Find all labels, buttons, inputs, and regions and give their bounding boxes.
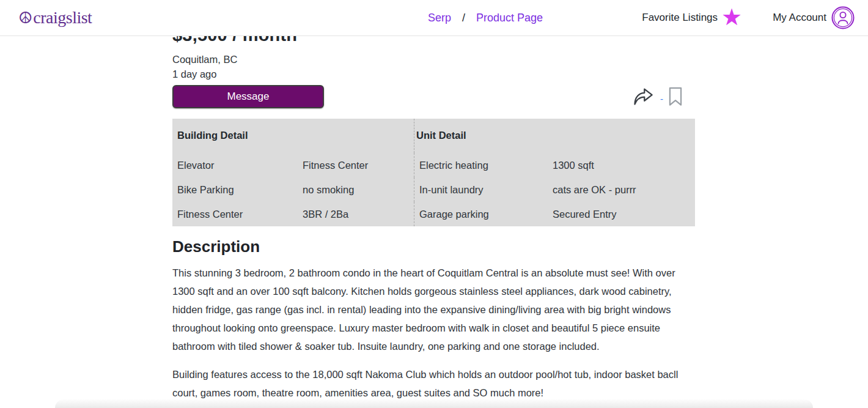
listing-detail-page: $3,500 / month Coquitlam, BC 1 day ago M… — [172, 24, 695, 402]
logo-text: craigslist — [33, 8, 92, 28]
breadcrumb-product-page-link[interactable]: Product Page — [476, 12, 543, 24]
details-table: Building Detail Unit Detail Elevator Fit… — [172, 119, 695, 226]
top-navigation-bar: ☮ craigslist Serp / Product Page Favorit… — [0, 0, 868, 36]
building-detail-cell: Fitness Center — [172, 202, 298, 226]
unit-detail-cell: In-unit laundry — [414, 177, 548, 202]
listing-posted-time: 1 day ago — [172, 67, 695, 81]
building-detail-cell: Bike Parking — [172, 177, 298, 202]
building-detail-cell: Elevator — [172, 153, 298, 177]
breadcrumb: Serp / Product Page — [428, 0, 543, 36]
message-button[interactable]: Message — [172, 85, 324, 108]
building-detail-cell: no smoking — [298, 177, 414, 202]
description-paragraph: This stunning 3 bedroom, 2 bathroom cond… — [172, 264, 681, 355]
breadcrumb-serp-link[interactable]: Serp — [428, 12, 451, 24]
icon-separator-dash: - — [660, 94, 663, 104]
star-icon: ★ — [721, 8, 742, 26]
building-detail-cell: 3BR / 2Ba — [298, 202, 414, 226]
share-save-icons: - — [632, 86, 684, 107]
user-avatar-icon — [831, 6, 855, 29]
my-account-label: My Account — [773, 12, 826, 24]
unit-detail-cell: Electric heating — [414, 153, 548, 177]
header-actions: Favorite Listings ★ My Account — [642, 6, 855, 29]
description-title: Description — [172, 237, 695, 256]
description-paragraph: Building features access to the 18,000 s… — [172, 365, 681, 402]
favorite-listings-link[interactable]: Favorite Listings ★ — [642, 9, 742, 26]
bookmark-icon[interactable] — [667, 86, 684, 107]
unit-detail-header: Unit Detail — [414, 119, 695, 153]
favorite-listings-label: Favorite Listings — [642, 12, 718, 24]
building-detail-cell: Fitness Center — [298, 153, 414, 177]
unit-detail-cell: cats are OK - purrr — [548, 177, 695, 202]
craigslist-logo[interactable]: ☮ craigslist — [18, 8, 92, 28]
building-detail-header: Building Detail — [172, 119, 414, 153]
listing-actions: Message - — [172, 85, 695, 108]
unit-detail-cell: 1300 sqft — [548, 153, 695, 177]
listing-location: Coquitlam, BC — [172, 52, 695, 67]
unit-detail-cell: Garage parking — [414, 202, 548, 226]
unit-detail-cell: Secured Entry — [548, 202, 695, 226]
peace-icon: ☮ — [18, 10, 32, 26]
breadcrumb-separator: / — [462, 12, 465, 24]
my-account-link[interactable]: My Account — [773, 6, 855, 29]
share-icon[interactable] — [632, 86, 654, 107]
